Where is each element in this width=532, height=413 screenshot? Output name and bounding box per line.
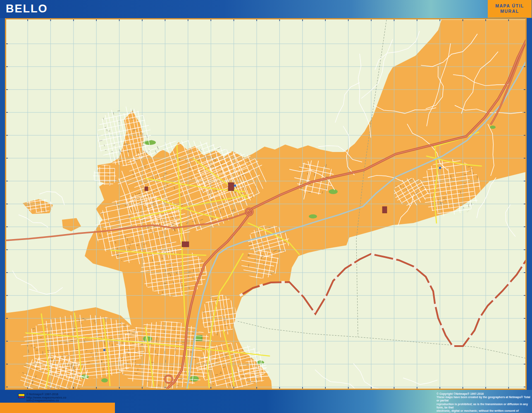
legal-line: reproduction is prohibited; as is the tr…	[437, 403, 531, 409]
poi-marker	[103, 349, 105, 351]
footer-right-legal: © Copyright ©Netmaps® 1997-2016 These ma…	[437, 392, 531, 413]
copyright-line: © Netmaps® 1997-2016	[26, 393, 67, 396]
footer-orange-strip	[0, 403, 115, 413]
colombia-flag-icon	[18, 394, 25, 398]
footer-left-credits: © Netmaps® 1997-2016 http://www.mapasmur…	[26, 393, 67, 402]
contact-email: info@mapasmurales.co	[26, 399, 67, 402]
poi-marker	[234, 185, 236, 187]
badge-line2: MURAL	[488, 9, 532, 14]
poi-marker	[439, 167, 441, 169]
legal-line: © Copyright ©Netmaps® 1997-2016	[437, 392, 531, 396]
map-poster-page: { "header": { "title": "BELLO", "badge":…	[0, 0, 532, 413]
mural-badge: MAPA ÚTIL MURAL	[488, 0, 532, 18]
badge-line1: MAPA ÚTIL	[488, 3, 532, 9]
header-bar: BELLO MAPA ÚTIL MURAL	[0, 0, 532, 18]
map-canvas	[6, 19, 525, 389]
legal-line: electronic, digital or mechanic; without…	[437, 409, 531, 413]
website-url: http://www.mapasmurales.co	[26, 396, 67, 399]
page-title: BELLO	[6, 2, 48, 15]
map-frame	[5, 18, 527, 390]
footer-bar: © Netmaps® 1997-2016 http://www.mapasmur…	[0, 390, 532, 413]
legal-line: These maps have been created by the geog…	[437, 396, 531, 402]
